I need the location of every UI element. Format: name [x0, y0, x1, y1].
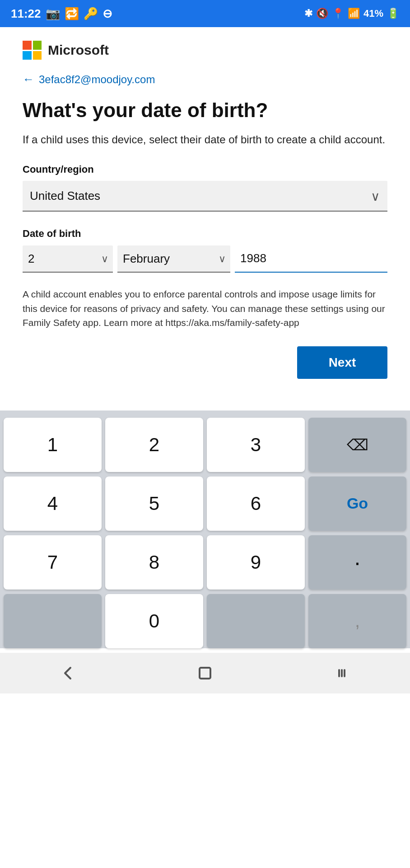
nav-menu-button[interactable]: [324, 655, 360, 691]
key-0[interactable]: 0: [105, 594, 203, 648]
status-icon-battery: 🔋: [387, 8, 399, 19]
dob-day-select[interactable]: 2: [23, 245, 113, 273]
key-5[interactable]: 5: [105, 476, 203, 531]
key-6[interactable]: 6: [207, 476, 305, 531]
keyboard-row-3: 7 8 9 ·: [4, 535, 406, 590]
key-empty-right: [207, 594, 305, 648]
status-icon-wifi: 📶: [348, 8, 360, 19]
key-2[interactable]: 2: [105, 418, 203, 472]
nav-bar: [0, 653, 410, 693]
status-icon-key: 🔑: [84, 7, 98, 21]
status-icon-mute: 🔇: [316, 8, 328, 19]
key-4[interactable]: 4: [4, 476, 102, 531]
main-content: Microsoft ← 3efac8f2@moodjoy.com What's …: [0, 27, 410, 410]
status-bar: 11:22 📷 🔁 🔑 ⊖ ✱ 🔇 📍 📶 41% 🔋: [0, 0, 410, 27]
keyboard-row-4: 0 ,: [4, 594, 406, 648]
key-empty-left: [4, 594, 102, 648]
dob-row: 2 ∨ February ∨: [23, 245, 387, 273]
status-time: 11:22: [11, 7, 41, 21]
dob-day-wrapper[interactable]: 2 ∨: [23, 245, 113, 273]
status-battery: 41%: [363, 8, 383, 19]
status-icon-location: 📍: [332, 8, 344, 19]
key-comma[interactable]: ,: [308, 594, 406, 648]
next-button[interactable]: Next: [297, 346, 387, 379]
back-arrow-icon: ←: [23, 72, 34, 86]
keyboard-row-1: 1 2 3 ⌫: [4, 418, 406, 472]
svg-rect-0: [200, 668, 210, 679]
nav-home-button[interactable]: [187, 655, 223, 691]
country-wrapper[interactable]: United States ∨: [23, 181, 387, 212]
key-7[interactable]: 7: [4, 535, 102, 590]
dob-month-select[interactable]: February: [117, 245, 230, 273]
key-1[interactable]: 1: [4, 418, 102, 472]
key-9[interactable]: 9: [207, 535, 305, 590]
dob-label: Date of birth: [23, 228, 387, 240]
key-backspace[interactable]: ⌫: [308, 418, 406, 472]
description-text: If a child uses this device, select thei…: [23, 132, 387, 148]
ms-logo: Microsoft: [23, 41, 387, 60]
key-8[interactable]: 8: [105, 535, 203, 590]
key-period[interactable]: ·: [308, 535, 406, 590]
ms-logo-icon: [23, 41, 42, 60]
back-email: 3efac8f2@moodjoy.com: [39, 73, 155, 86]
status-icon-wifi2: 🔁: [65, 7, 79, 21]
status-bar-left: 11:22 📷 🔁 🔑 ⊖: [11, 7, 112, 21]
status-icon-bluetooth: ✱: [304, 8, 312, 19]
key-go[interactable]: Go: [308, 476, 406, 531]
info-text: A child account enables you to enforce p…: [23, 287, 387, 330]
page-title: What's your date of birth?: [23, 99, 387, 122]
status-icon-screen: 📷: [46, 7, 60, 21]
status-bar-right: ✱ 🔇 📍 📶 41% 🔋: [304, 8, 399, 19]
nav-back-button[interactable]: [50, 655, 86, 691]
keyboard-row-2: 4 5 6 Go: [4, 476, 406, 531]
next-button-row: Next: [23, 346, 387, 379]
dob-month-wrapper[interactable]: February ∨: [117, 245, 230, 273]
back-link[interactable]: ← 3efac8f2@moodjoy.com: [23, 72, 387, 86]
country-label: Country/region: [23, 164, 387, 175]
dob-year-input[interactable]: [235, 245, 387, 273]
ms-logo-text: Microsoft: [48, 42, 109, 58]
status-icon-dnd: ⊖: [102, 7, 112, 21]
dob-year-wrapper[interactable]: [235, 245, 387, 273]
keyboard-area: 1 2 3 ⌫ 4 5 6 Go 7 8 9 · 0 ,: [0, 410, 410, 648]
key-3[interactable]: 3: [207, 418, 305, 472]
country-select[interactable]: United States: [23, 181, 387, 212]
